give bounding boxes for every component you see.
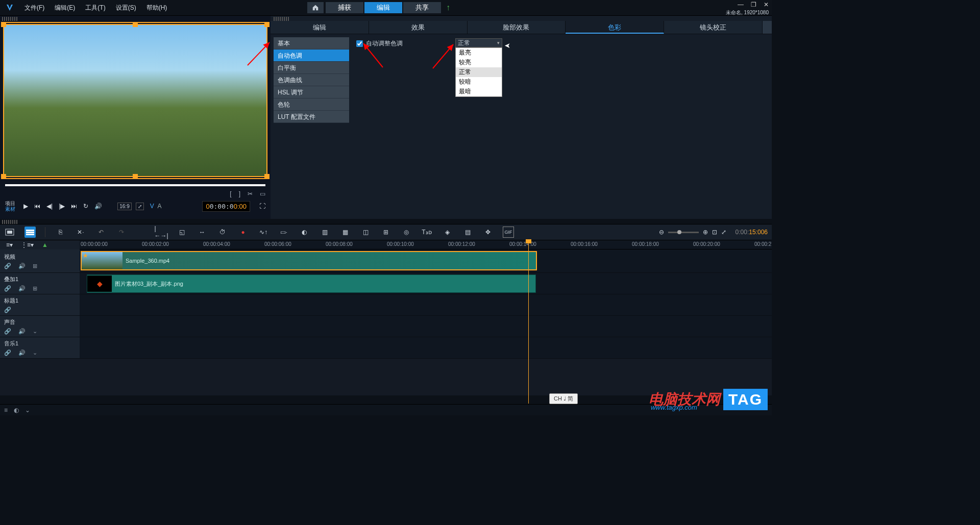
undo-button[interactable]: ↶: [95, 227, 107, 238]
mark-out-icon[interactable]: ]: [239, 190, 240, 197]
tool-3dtext[interactable]: T₃ᴅ: [421, 227, 432, 238]
zoom-out-button[interactable]: ⊖: [659, 229, 664, 236]
tool-record[interactable]: ●: [237, 227, 249, 238]
menu-settings[interactable]: 设置(S): [116, 4, 136, 12]
tool-mask[interactable]: ◈: [442, 227, 453, 238]
tool-pan[interactable]: ✥: [482, 227, 494, 238]
upload-icon[interactable]: ↑: [446, 3, 450, 12]
menu-help[interactable]: 帮助(H): [146, 4, 167, 12]
link-icon[interactable]: 🔗: [4, 285, 11, 292]
tool-split[interactable]: ▤: [462, 227, 473, 238]
preview-timecode[interactable]: 000:00:00:000:00:00:00: [202, 201, 250, 212]
dropdown-option[interactable]: 较亮: [456, 58, 502, 67]
timeline-grip[interactable]: [2, 220, 17, 224]
project-mode-label[interactable]: 项目: [5, 201, 15, 206]
go-end-button[interactable]: ⏭: [71, 203, 77, 210]
tool-crop[interactable]: ◱: [176, 227, 187, 238]
link-icon[interactable]: 🔗: [4, 349, 11, 356]
etab-edit[interactable]: 编辑: [271, 21, 369, 34]
mute-icon[interactable]: 🔊: [18, 263, 26, 269]
fullscreen-button[interactable]: ⛶: [259, 203, 265, 210]
dropdown-option[interactable]: 较暗: [456, 77, 502, 87]
zoom-in-button[interactable]: ⊕: [703, 229, 708, 236]
tool-motion[interactable]: ∿↑: [258, 227, 269, 238]
tool-grid[interactable]: ▦: [339, 227, 351, 238]
loop-button[interactable]: ↻: [83, 203, 88, 210]
va-toggle[interactable]: V A: [150, 203, 163, 210]
status-icon[interactable]: ≡: [4, 407, 8, 414]
fx-icon[interactable]: ⊞: [33, 263, 37, 269]
next-frame-button[interactable]: |▶: [59, 203, 65, 210]
etab-lens[interactable]: 镜头校正: [664, 21, 763, 34]
etab-face[interactable]: 脸部效果: [468, 21, 566, 34]
track-list-icon[interactable]: ⋮≡▾: [21, 241, 34, 248]
fx-icon[interactable]: ⊞: [33, 285, 37, 292]
link-icon[interactable]: 🔗: [4, 263, 11, 269]
timeline-view-button[interactable]: [24, 227, 36, 238]
expand-icon[interactable]: ⌄: [33, 349, 37, 356]
track-lane[interactable]: [80, 294, 772, 315]
tool-settings[interactable]: ✕·: [75, 227, 86, 238]
preview-scrubber[interactable]: [5, 184, 265, 186]
tool-copy[interactable]: ⎘: [55, 227, 66, 238]
track-head-voice[interactable]: 🎤 声音 🔗🔊⌄: [0, 316, 80, 337]
tool-speed[interactable]: ⏱: [217, 227, 228, 238]
etab-color[interactable]: 色彩: [566, 21, 664, 34]
sideitem-basic[interactable]: 基本: [274, 37, 349, 49]
resize-handle[interactable]: [264, 22, 270, 27]
go-start-button[interactable]: ⏮: [34, 203, 40, 210]
sideitem-tonecurve[interactable]: 色调曲线: [274, 74, 349, 86]
tool-camera[interactable]: ▭·: [278, 227, 289, 238]
cut-icon[interactable]: ✂: [248, 190, 253, 197]
close-button[interactable]: ✕: [764, 1, 769, 8]
sideitem-hsl[interactable]: HSL 调节: [274, 86, 349, 98]
prev-frame-button[interactable]: ◀|: [46, 203, 53, 210]
auto-adjust-checkbox[interactable]: [356, 40, 363, 47]
video-clip[interactable]: ★ Sample_360.mp4: [81, 251, 537, 270]
zoom-slider[interactable]: [668, 232, 699, 233]
pane-grip[interactable]: [2, 17, 17, 21]
tool-focus[interactable]: ◎: [401, 227, 412, 238]
track-head-video[interactable]: 视频 🔗🔊⊞: [0, 249, 80, 272]
mute-icon[interactable]: 🔊: [18, 328, 26, 335]
tool-ab[interactable]: ◐: [299, 227, 310, 238]
tab-capture[interactable]: 捕获: [326, 2, 363, 13]
intensity-dropdown[interactable]: 正常 最亮 较亮 正常 较暗 最暗: [455, 38, 502, 97]
play-button[interactable]: ▶: [23, 203, 28, 210]
fit-button[interactable]: ⊡: [712, 229, 717, 236]
expand-icon[interactable]: ⌄: [33, 328, 37, 335]
home-button[interactable]: [307, 2, 324, 13]
track-head-overlay[interactable]: 叠加1 🔗🔊⊞: [0, 273, 80, 294]
sideitem-lut[interactable]: LUT 配置文件: [274, 111, 349, 123]
clip-mode-label[interactable]: 素材: [5, 206, 15, 212]
mute-icon[interactable]: 🔊: [18, 349, 26, 356]
tool-gif[interactable]: GIF: [503, 227, 514, 238]
mark-in-icon[interactable]: [: [230, 190, 231, 197]
menu-tools[interactable]: 工具(T): [85, 4, 105, 12]
tool-select[interactable]: ◫: [360, 227, 371, 238]
tool-track[interactable]: ⊞: [380, 227, 391, 238]
dropdown-option[interactable]: 正常: [456, 67, 502, 77]
expand-icon[interactable]: ⤢: [136, 203, 144, 210]
resize-handle[interactable]: [264, 174, 270, 179]
redo-button[interactable]: ↷: [116, 227, 127, 238]
mute-icon[interactable]: 🔊: [18, 285, 26, 292]
dropdown-option[interactable]: 最亮: [456, 48, 502, 58]
link-icon[interactable]: 🔗: [4, 328, 11, 335]
dropdown-selected[interactable]: 正常: [455, 38, 502, 47]
tool-chapter[interactable]: ▥: [319, 227, 330, 238]
zoom-full-button[interactable]: ⤢: [721, 229, 726, 236]
tab-edit[interactable]: 编辑: [364, 2, 402, 13]
snapshot-icon[interactable]: ▭: [260, 190, 265, 197]
tool-mark[interactable]: |←→|: [156, 227, 167, 238]
menu-file[interactable]: 文件(F): [24, 4, 44, 12]
storyboard-view-button[interactable]: [4, 227, 15, 238]
status-icon[interactable]: ◐: [14, 407, 19, 414]
maximize-button[interactable]: ❐: [751, 1, 756, 8]
resize-handle[interactable]: [133, 22, 138, 27]
pane-grip[interactable]: [274, 17, 289, 21]
sideitem-colorwheel[interactable]: 色轮: [274, 98, 349, 111]
track-add-icon[interactable]: ▲: [42, 241, 48, 248]
track-lane[interactable]: [80, 337, 772, 358]
track-lane[interactable]: [80, 316, 772, 337]
